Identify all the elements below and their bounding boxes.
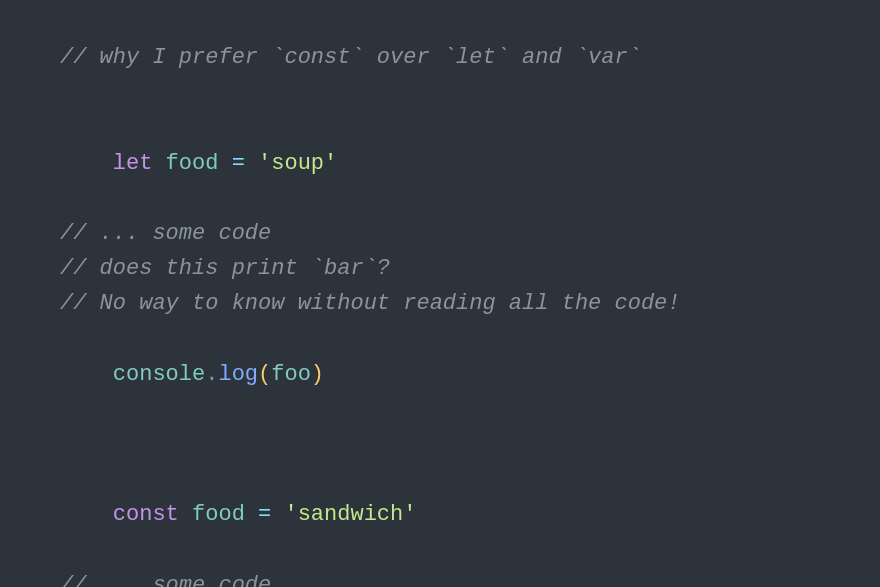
block2-comment1: // ... some code [60,568,820,587]
let-keyword: let [113,151,153,176]
block1-paren-open: ( [258,362,271,387]
block1-console-prefix: console [113,362,205,387]
block1-comment1: // ... some code [60,216,820,251]
block2-operator: = [245,502,271,527]
block1-value: 'soup' [245,151,337,176]
block2-var-name: food [179,502,245,527]
block2-value: 'sandwich' [271,502,416,527]
let-declaration-line: let food = 'soup' [60,110,820,216]
const-keyword: const [113,502,179,527]
block1-comment3: // No way to know without reading all th… [60,286,820,321]
const-declaration-line: const food = 'sandwich' [60,462,820,568]
blank-line-2 [60,427,820,462]
block1-paren-close: ) [311,362,324,387]
block1-console-method: log [218,362,258,387]
block1-comment2: // does this print `bar`? [60,251,820,286]
comment-title: // why I prefer `const` over `let` and `… [60,40,820,75]
blank-line-1 [60,75,820,110]
code-editor: // why I prefer `const` over `let` and `… [0,0,880,587]
block1-console-dot: . [205,362,218,387]
block1-operator: = [218,151,244,176]
block1-var-name: food [152,151,218,176]
block1-console-line: console.log(foo) [60,322,820,428]
block1-console-arg: foo [271,362,311,387]
